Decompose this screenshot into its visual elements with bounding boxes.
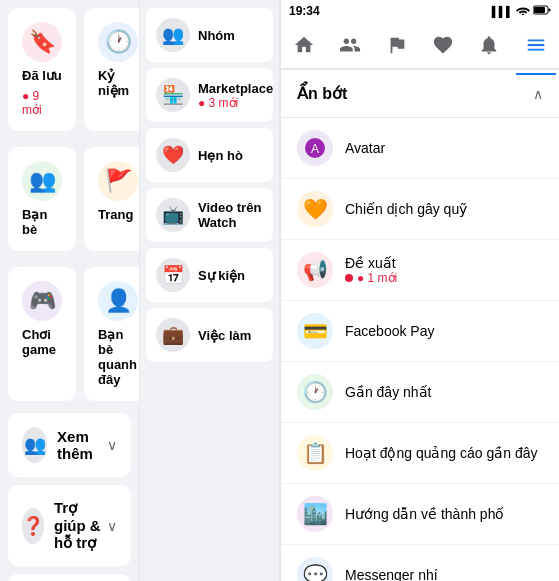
status-bar-right: 19:34 ▌▌▌ [281, 0, 559, 22]
nav-menu-right[interactable] [516, 25, 556, 65]
chien-dich-label: Chiến dịch gây quỹ [345, 201, 467, 217]
ky-niem-label: Kỷ niệm [98, 68, 138, 98]
menu-item-choi-game[interactable]: 🎮 Chơi game [8, 267, 76, 401]
left-panel: 19:34 ▌▌▌ [0, 0, 140, 581]
nav-flag-right[interactable] [377, 25, 417, 65]
signal-icon-right: ▌▌▌ [492, 6, 513, 17]
chien-dich-icon: 🧡 [297, 191, 333, 227]
gan-day-icon: 🕐 [297, 374, 333, 410]
marketplace-icon: 🏪 [156, 78, 190, 112]
menu-item-su-kien[interactable]: 📅Sự kiện [146, 248, 273, 302]
nav-heart-right[interactable] [423, 25, 463, 65]
marketplace-label: Marketplace [198, 81, 273, 96]
battery-icon-right [533, 5, 551, 17]
tro-giup-label: Trợ giúp & hỗ trợ [54, 499, 107, 552]
nhom-label: Nhóm [198, 28, 235, 43]
nav-bar-right [281, 22, 559, 70]
messenger-nhi-icon: 💬 [297, 557, 333, 581]
trang-label: Trang [98, 207, 138, 222]
hoat-dong-qc-icon: 📋 [297, 435, 333, 471]
hen-ho-label: Hẹn hò [198, 148, 243, 163]
marketplace-badge: ● 3 mới [198, 96, 273, 110]
menu-item-ban-be-quanh[interactable]: 👤 Bạn bè quanh đây [84, 267, 139, 401]
menu-item-nhom[interactable]: 👥Nhóm [146, 8, 273, 62]
an-bot-label: Ẩn bớt [297, 84, 347, 103]
right-item-huong-dan[interactable]: 🏙️ Hướng dẫn về thành phố [281, 484, 559, 545]
menu-item-trang[interactable]: 🚩 Trang [84, 147, 139, 251]
hen-ho-icon: ❤️ [156, 138, 190, 172]
video-watch-label: Video trên Watch [198, 200, 263, 230]
middle-content-area: 👥Nhóm🏪Marketplace● 3 mới❤️Hẹn hò📺Video t… [140, 0, 279, 581]
svg-text:A: A [311, 142, 319, 156]
xem-them-label: Xem thêm [57, 428, 107, 462]
ban-be-quanh-label: Bạn bè quanh đây [98, 327, 138, 387]
da-luu-icon: 🔖 [29, 29, 56, 55]
right-content: A Avatar 🧡 Chiến dịch gây quỹ 📢 Đề xuất … [281, 118, 559, 581]
huong-dan-icon: 🏙️ [297, 496, 333, 532]
right-panel: 19:34 ▌▌▌ [280, 0, 559, 581]
viec-lam-label: Việc làm [198, 328, 251, 343]
menu-item-ban-be[interactable]: 👥 Bạn bè [8, 147, 76, 251]
right-item-messenger-nhi[interactable]: 💬 Messenger nhí [281, 545, 559, 581]
menu-item-marketplace[interactable]: 🏪Marketplace● 3 mới [146, 68, 273, 122]
section-tro-giup[interactable]: ❓ Trợ giúp & hỗ trợ ∨ [8, 485, 131, 566]
facebook-pay-icon: 💳 [297, 313, 333, 349]
avatar-icon: A [297, 130, 333, 166]
de-xuat-badge: ● 1 mới [345, 271, 397, 285]
nav-home-right[interactable] [284, 25, 324, 65]
svg-rect-4 [534, 7, 545, 13]
menu-item-viec-lam[interactable]: 💼Việc làm [146, 308, 273, 362]
huong-dan-label: Hướng dẫn về thành phố [345, 506, 504, 522]
right-section-an-bot[interactable]: Ẩn bớt ∧ [281, 70, 559, 118]
tro-giup-icon: ❓ [22, 508, 44, 544]
nav-people-right[interactable] [330, 25, 370, 65]
de-xuat-icon: 📢 [297, 252, 333, 288]
messenger-nhi-label: Messenger nhí [345, 567, 438, 581]
ban-be-label: Bạn bè [22, 207, 62, 237]
nhom-icon: 👥 [156, 18, 190, 52]
gan-day-label: Gần đây nhất [345, 384, 432, 400]
ban-be-quanh-icon: 👤 [105, 288, 132, 314]
an-bot-chevron: ∧ [533, 86, 543, 102]
viec-lam-icon: 💼 [156, 318, 190, 352]
right-item-avatar[interactable]: A Avatar [281, 118, 559, 179]
menu-item-hen-ho[interactable]: ❤️Hẹn hò [146, 128, 273, 182]
left-content-area: 🔖 Đã lưu ● 9 mới 🕐 Kỷ niệm 👥 Bạn bè 🚩 Tr… [0, 0, 139, 581]
su-kien-label: Sự kiện [198, 268, 245, 283]
nav-bell-right[interactable] [469, 25, 509, 65]
right-item-de-xuat[interactable]: 📢 Đề xuất ● 1 mới [281, 240, 559, 301]
tro-giup-chevron: ∨ [107, 518, 117, 534]
su-kien-icon: 📅 [156, 258, 190, 292]
trang-icon: 🚩 [105, 168, 132, 194]
right-item-hoat-dong-qc[interactable]: 📋 Hoạt động quảng cáo gần đây [281, 423, 559, 484]
ky-niem-icon: 🕐 [105, 29, 132, 55]
svg-rect-5 [549, 9, 551, 12]
right-item-facebook-pay[interactable]: 💳 Facebook Pay [281, 301, 559, 362]
section-cai-dat[interactable]: ⚙️ Cài đặt & quyền riêng tư ∧ [8, 574, 131, 581]
time-right: 19:34 [289, 4, 320, 18]
xem-them-chevron: ∨ [107, 437, 117, 453]
choi-game-label: Chơi game [22, 327, 62, 357]
menu-item-ky-niem[interactable]: 🕐 Kỷ niệm [84, 8, 139, 131]
choi-game-icon: 🎮 [29, 288, 56, 314]
video-watch-icon: 📺 [156, 198, 190, 232]
hoat-dong-qc-label: Hoạt động quảng cáo gần đây [345, 445, 537, 461]
wifi-icon-right [516, 5, 530, 17]
ban-be-icon: 👥 [29, 168, 56, 194]
right-item-gan-day[interactable]: 🕐 Gần đây nhất [281, 362, 559, 423]
menu-item-video-watch[interactable]: 📺Video trên Watch [146, 188, 273, 242]
middle-panel: 👥Nhóm🏪Marketplace● 3 mới❤️Hẹn hò📺Video t… [140, 0, 280, 581]
xem-them-icon: 👥 [22, 427, 47, 463]
da-luu-label: Đã lưu [22, 68, 62, 83]
da-luu-badge: ● 9 mới [22, 89, 62, 117]
de-xuat-label: Đề xuất [345, 255, 397, 271]
right-item-chien-dich[interactable]: 🧡 Chiến dịch gây quỹ [281, 179, 559, 240]
facebook-pay-label: Facebook Pay [345, 323, 435, 339]
avatar-label: Avatar [345, 140, 385, 156]
menu-item-da-luu[interactable]: 🔖 Đã lưu ● 9 mới [8, 8, 76, 131]
section-xem-them[interactable]: 👥 Xem thêm ∨ [8, 413, 131, 477]
